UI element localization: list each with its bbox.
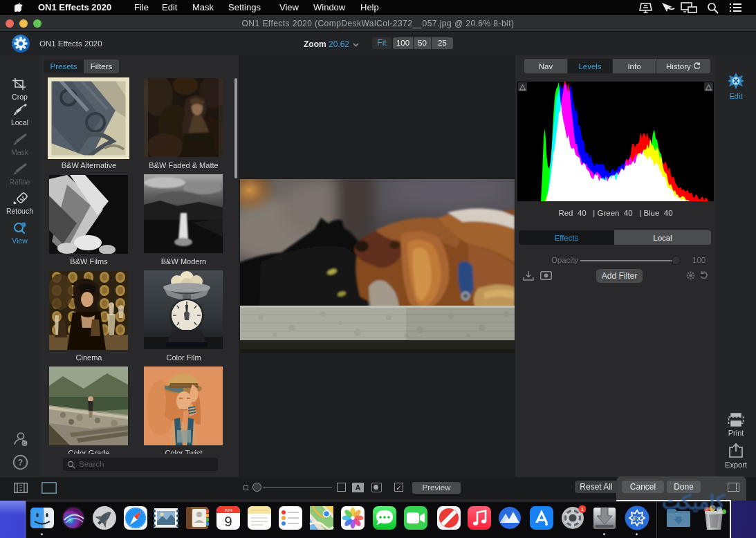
svg-text:JUN: JUN bbox=[224, 508, 232, 512]
svg-text:FX: FX bbox=[633, 515, 641, 522]
svg-text:1: 1 bbox=[581, 506, 584, 512]
svg-text:9: 9 bbox=[224, 514, 232, 529]
svg-text:?: ? bbox=[18, 458, 23, 467]
